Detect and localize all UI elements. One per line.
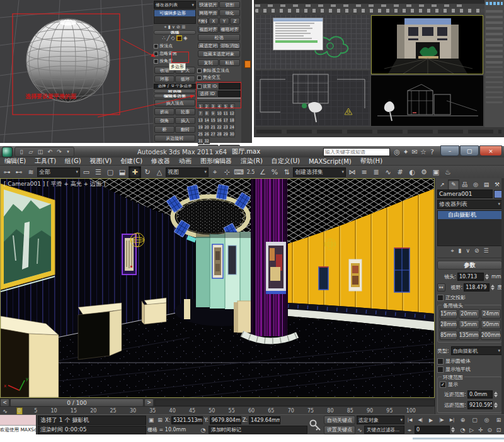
orthographic-checkbox[interactable] <box>437 295 444 301</box>
bind-to-space-warp-icon[interactable]: ≋ <box>25 167 37 178</box>
app-logo[interactable] <box>2 147 13 157</box>
maximize-viewport-toggle-icon[interactable]: ⊡ <box>495 426 503 434</box>
walk-through-icon[interactable]: ▷ <box>467 426 476 434</box>
spinner-snap-toggle-icon[interactable]: ⇅ <box>281 167 292 178</box>
y-coordinate-field[interactable]: 9679.804m <box>210 416 241 424</box>
selection-filter-dropdown[interactable]: 全部▾ <box>37 167 80 177</box>
stock-lens-button[interactable]: 50mm <box>481 320 501 329</box>
menu-item[interactable]: 修改器 <box>147 157 175 166</box>
listener-macro-line[interactable] <box>0 415 36 426</box>
select-and-manipulate-icon[interactable]: ⊹ <box>221 167 232 178</box>
align-icon[interactable]: ≡ <box>358 167 370 178</box>
camera-type-dropdown[interactable]: 自由摄影机▾ <box>451 346 502 355</box>
orbit-camera-icon[interactable]: ⊙ <box>486 426 494 434</box>
named-selection-sets-dropdown[interactable]: 创建选择集▾ <box>293 167 346 177</box>
viewport-label[interactable]: [ Camera001 ] [ 平滑 + 高光 + 边面 ] <box>4 180 105 188</box>
near-range-field[interactable]: 0.0mm <box>467 390 493 399</box>
favorites-icon[interactable]: ☆ <box>419 147 428 157</box>
make-unique-icon[interactable]: ∨ <box>466 247 470 254</box>
select-and-link-icon[interactable]: ⊶ <box>1 167 13 178</box>
camera-viewport[interactable]: x y [ Camera001 ] [ 平滑 + 高光 + 边面 ] <box>0 178 435 398</box>
close-button[interactable]: × <box>479 145 502 156</box>
curve-editor-icon[interactable]: ∿ <box>382 167 394 178</box>
auto-key-button[interactable]: 自动关键点 <box>324 416 355 424</box>
tab-utilities[interactable]: ⚒ <box>492 180 502 190</box>
menu-item[interactable]: 动画 <box>175 157 196 166</box>
previous-frame-icon[interactable]: ◀| <box>416 416 425 424</box>
minimize-button[interactable]: – <box>440 145 459 156</box>
tab-create[interactable]: ↗ <box>437 180 447 190</box>
help-icon[interactable]: ? <box>428 147 437 157</box>
tab-motion[interactable]: ◎ <box>471 180 481 190</box>
communication-center-icon[interactable]: ✉ <box>410 147 419 157</box>
stock-lens-button[interactable]: 24mm <box>481 309 501 319</box>
x-coordinate-field[interactable]: 5321.513m <box>171 416 203 424</box>
frame-spinner[interactable] <box>451 425 456 434</box>
infocenter-search-icon[interactable]: ◎ <box>392 147 401 157</box>
near-range-spinner[interactable] <box>494 390 499 399</box>
percent-snap-toggle-icon[interactable]: % <box>269 167 280 178</box>
lens-field[interactable]: 10.713 <box>457 273 484 281</box>
tab-display[interactable]: ▤ <box>481 180 491 190</box>
redo-icon[interactable]: ↷ <box>55 148 63 156</box>
subscription-icon[interactable]: ✦ <box>401 147 410 157</box>
key-filters-button[interactable]: 关键点过滤器... <box>364 426 404 434</box>
absolute-mode-toggle-icon[interactable]: ⊞ <box>156 416 164 424</box>
rendered-frame-window-icon[interactable]: ▣ <box>430 167 442 178</box>
stock-lens-button[interactable]: 15mm <box>440 309 457 319</box>
listener-script-line[interactable]: 欢迎使用 MAXScript <box>0 426 36 436</box>
menu-item[interactable]: 组(G) <box>60 157 86 166</box>
render-production-icon[interactable]: ♨ <box>442 167 454 178</box>
unlink-selection-icon[interactable]: ⊷ <box>13 167 25 178</box>
angle-snap-toggle-icon[interactable]: ∠ <box>257 167 268 178</box>
maxscript-mini-listener[interactable]: 欢迎使用 MAXScript <box>0 415 37 435</box>
snaps-toggle-icon[interactable]: 2.5 <box>245 167 256 178</box>
new-scene-icon[interactable]: ▯ <box>18 148 25 156</box>
play-animation-icon[interactable]: ▶ <box>427 416 435 424</box>
fov-direction-button[interactable]: ↔ <box>437 283 445 292</box>
menu-item[interactable]: 自定义(U) <box>267 157 304 166</box>
infocenter-search-input[interactable] <box>323 148 390 156</box>
menu-item[interactable]: 编辑(E) <box>0 157 30 166</box>
select-and-scale-icon[interactable]: △ <box>154 167 165 178</box>
z-coordinate-field[interactable]: 1429.64mm <box>249 416 280 424</box>
set-key-button[interactable]: 设置关键点 <box>324 426 355 434</box>
menu-item[interactable]: 渲染(R) <box>236 157 267 166</box>
remove-modifier-icon[interactable]: ⊘ <box>474 247 479 254</box>
menu-item[interactable]: MAXScript(M) <box>304 158 356 165</box>
show-end-result-icon[interactable]: ▮ <box>458 247 461 254</box>
save-file-icon[interactable]: ◫ <box>37 148 44 156</box>
go-to-start-icon[interactable]: |◀ <box>406 416 414 424</box>
select-and-rotate-icon[interactable]: ↻ <box>142 167 153 178</box>
far-range-field[interactable]: 9210.595 <box>467 401 493 409</box>
use-pivot-point-icon[interactable]: ⌖ <box>209 167 220 178</box>
stock-lens-button[interactable]: 135mm <box>459 331 479 340</box>
selection-lock-toggle-icon[interactable]: ▣ <box>147 416 155 424</box>
schematic-view-icon[interactable]: # <box>394 167 406 178</box>
key-mode-toggle-icon[interactable]: ◂▸ <box>406 426 413 434</box>
object-name-field[interactable]: Camera001 <box>437 190 493 198</box>
stack-item-free-camera[interactable]: 自由摄影机 <box>438 211 501 219</box>
env-show-checkbox[interactable]: ✓ <box>440 382 446 388</box>
render-setup-icon[interactable]: ⚙ <box>418 167 430 178</box>
selection-set-dropdown[interactable]: 选定对象▾ <box>357 416 404 424</box>
fov-field[interactable]: 118.479 <box>464 283 490 292</box>
parameters-rollout-header[interactable]: 参数 <box>437 261 502 269</box>
menu-item[interactable]: 创建(C) <box>116 157 147 166</box>
time-configuration-icon[interactable]: ◔ <box>459 426 467 434</box>
select-object-icon[interactable]: ▭ <box>81 167 92 178</box>
maximize-button[interactable]: ▢ <box>460 145 479 156</box>
zoom-extents-all-icon[interactable]: ⊞ <box>495 416 503 424</box>
open-file-icon[interactable]: ▱ <box>27 148 35 156</box>
qat-dropdown-icon[interactable]: ▾ <box>65 148 71 156</box>
command-panel-scrollbar[interactable] <box>501 178 504 414</box>
stock-lens-button[interactable]: 85mm <box>440 331 457 340</box>
add-time-tag-button[interactable]: 添加时间标记 <box>209 426 307 434</box>
reference-coordinate-dropdown[interactable]: 视图▾ <box>166 167 209 177</box>
set-keys-icon[interactable] <box>309 418 322 432</box>
show-horizon-checkbox[interactable] <box>437 366 444 373</box>
pin-stack-icon[interactable]: ⌖ <box>450 247 454 254</box>
rectangular-selection-region-icon[interactable]: ▢ <box>105 167 116 178</box>
menu-item[interactable]: 帮助(H) <box>356 157 387 166</box>
stock-lens-button[interactable]: 20mm <box>459 309 479 319</box>
